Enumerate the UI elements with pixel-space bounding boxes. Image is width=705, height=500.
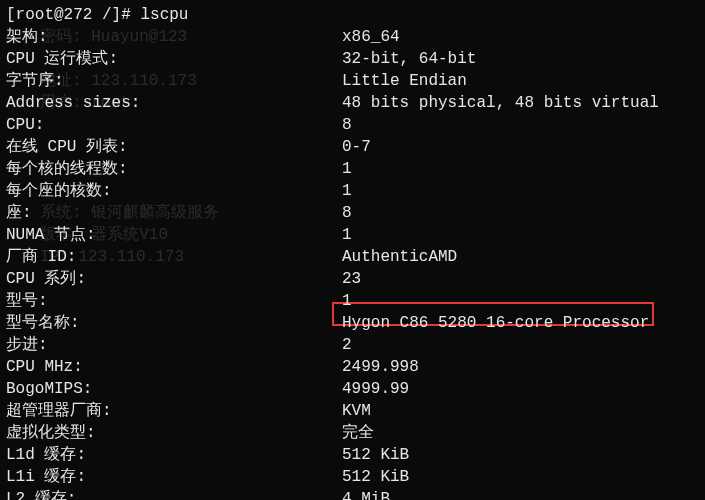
output-label: 在线 CPU 列表: xyxy=(6,136,342,158)
output-label: CPU 运行模式: xyxy=(6,48,342,70)
prompt-prefix: [root@272 /]# xyxy=(6,4,140,26)
output-value: 512 KiB xyxy=(342,466,699,488)
output-row: CPU:8 xyxy=(6,114,699,136)
output-label: NUMA 节点: xyxy=(6,224,342,246)
output-value: 8 xyxy=(342,114,699,136)
output-value: 2 xyxy=(342,334,699,356)
output-row: Address sizes:48 bits physical, 48 bits … xyxy=(6,92,699,114)
output-label: 型号名称: xyxy=(6,312,342,334)
output-value: 4999.99 xyxy=(342,378,699,400)
output-row: 架构:x86_64 xyxy=(6,26,699,48)
output-row: 座:8 xyxy=(6,202,699,224)
output-row: 字节序:Little Endian xyxy=(6,70,699,92)
prompt-command: lscpu xyxy=(140,4,188,26)
output-label: L1i 缓存: xyxy=(6,466,342,488)
output-value: 1 xyxy=(342,158,699,180)
output-value: KVM xyxy=(342,400,699,422)
output-row: BogoMIPS:4999.99 xyxy=(6,378,699,400)
output-row: NUMA 节点:1 xyxy=(6,224,699,246)
output-row: 型号名称:Hygon C86 5280 16-core Processor xyxy=(6,312,699,334)
output-value: 完全 xyxy=(342,422,699,444)
output-label: 厂商 ID: xyxy=(6,246,342,268)
output-row: 超管理器厂商:KVM xyxy=(6,400,699,422)
output-row: L2 缓存:4 MiB xyxy=(6,488,699,500)
output-row: 每个座的核数:1 xyxy=(6,180,699,202)
output-row: L1d 缓存:512 KiB xyxy=(6,444,699,466)
output-row: 虚拟化类型:完全 xyxy=(6,422,699,444)
output-value-highlighted: Hygon C86 5280 16-core Processor xyxy=(342,312,699,334)
output-label: CPU MHz: xyxy=(6,356,342,378)
output-label: L2 缓存: xyxy=(6,488,342,500)
output-label: 步进: xyxy=(6,334,342,356)
output-value: 4 MiB xyxy=(342,488,699,500)
output-value: 1 xyxy=(342,224,699,246)
output-value: 23 xyxy=(342,268,699,290)
output-label: 座: xyxy=(6,202,342,224)
output-row: 厂商 ID:AuthenticAMD xyxy=(6,246,699,268)
output-label: CPU 系列: xyxy=(6,268,342,290)
output-label: 架构: xyxy=(6,26,342,48)
output-row: 在线 CPU 列表:0-7 xyxy=(6,136,699,158)
output-label: 虚拟化类型: xyxy=(6,422,342,444)
output-value: 1 xyxy=(342,180,699,202)
output-label: 字节序: xyxy=(6,70,342,92)
output-label: 型号: xyxy=(6,290,342,312)
output-value: Little Endian xyxy=(342,70,699,92)
output-label: Address sizes: xyxy=(6,92,342,114)
output-row: 每个核的线程数:1 xyxy=(6,158,699,180)
output-value: 32-bit, 64-bit xyxy=(342,48,699,70)
output-label: L1d 缓存: xyxy=(6,444,342,466)
output-value: 1 xyxy=(342,290,699,312)
output-label: 超管理器厂商: xyxy=(6,400,342,422)
prompt-line: [root@272 /]# lscpu xyxy=(6,4,699,26)
output-row: L1i 缓存:512 KiB xyxy=(6,466,699,488)
output-value: 2499.998 xyxy=(342,356,699,378)
output-value: 48 bits physical, 48 bits virtual xyxy=(342,92,699,114)
output-row: CPU 系列:23 xyxy=(6,268,699,290)
output-value: 8 xyxy=(342,202,699,224)
output-row: CPU 运行模式:32-bit, 64-bit xyxy=(6,48,699,70)
output-value: AuthenticAMD xyxy=(342,246,699,268)
output-label: 每个座的核数: xyxy=(6,180,342,202)
terminal-window[interactable]: 密码: Huayun@123 地址: 123.110.173 用户: root … xyxy=(0,0,705,500)
output-value: 0-7 xyxy=(342,136,699,158)
output-value: 512 KiB xyxy=(342,444,699,466)
output-label: CPU: xyxy=(6,114,342,136)
output-row: CPU MHz:2499.998 xyxy=(6,356,699,378)
output-label: 每个核的线程数: xyxy=(6,158,342,180)
output-row: 型号:1 xyxy=(6,290,699,312)
output-value: x86_64 xyxy=(342,26,699,48)
output-label: BogoMIPS: xyxy=(6,378,342,400)
output-row: 步进:2 xyxy=(6,334,699,356)
